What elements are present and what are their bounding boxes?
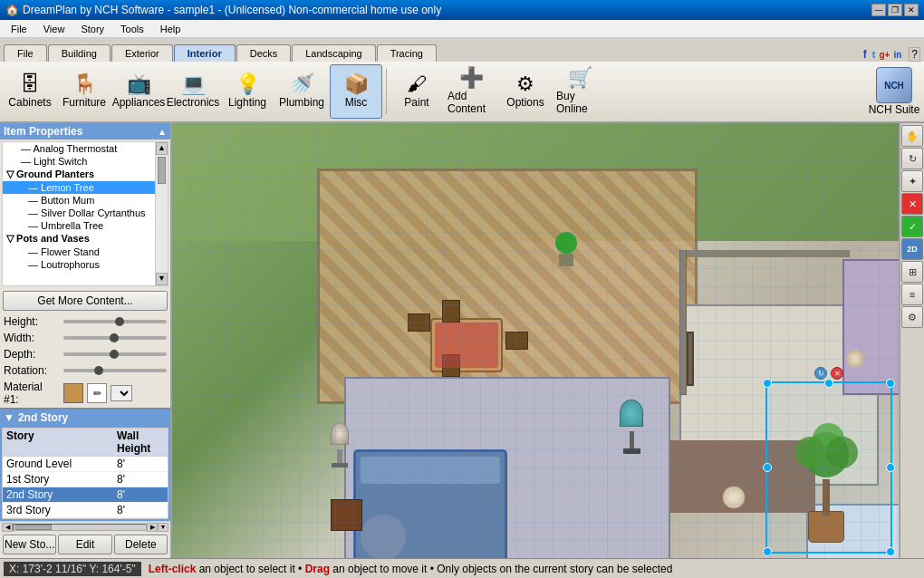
rotation-slider[interactable] xyxy=(63,369,167,372)
story-table-header: Story Wall Height xyxy=(3,429,168,457)
plumbing-label: Plumbing xyxy=(279,96,324,109)
restore-button[interactable]: ❐ xyxy=(888,4,902,16)
tool-lighting[interactable]: 💡 Lighting xyxy=(221,64,274,119)
get-more-content-btn[interactable]: Get More Content... xyxy=(3,291,168,311)
depth-slider[interactable] xyxy=(63,352,167,356)
tree-scroll-up[interactable]: ▲ xyxy=(156,142,168,155)
options-label: Options xyxy=(506,96,544,109)
new-story-btn[interactable]: New Sto... xyxy=(3,535,56,554)
tool-appliances[interactable]: 📺 Appliances xyxy=(112,64,165,119)
move-btn[interactable]: ✦ xyxy=(901,170,923,192)
tab-landscaping[interactable]: Landscaping xyxy=(292,44,375,62)
tool-misc[interactable]: 📦 Misc xyxy=(330,64,382,119)
social-google[interactable]: g+ xyxy=(879,50,890,60)
close-view-btn[interactable]: ✕ xyxy=(901,193,923,215)
delete-story-label: Delete xyxy=(125,538,157,551)
tab-interior[interactable]: Interior xyxy=(174,44,236,62)
tree-item-loutrophorus[interactable]: — Loutrophorus xyxy=(3,258,155,271)
status-part1: an object to select it • xyxy=(199,563,305,575)
tool-add-content[interactable]: ➕ Add Content xyxy=(445,64,497,119)
delete-story-btn[interactable]: Delete xyxy=(114,535,168,554)
material-edit-btn[interactable]: ✏ xyxy=(87,383,107,403)
minimize-button[interactable]: — xyxy=(871,4,886,16)
electronics-icon: 💻 xyxy=(181,74,206,94)
material-dropdown[interactable]: ▼ xyxy=(111,385,132,401)
depth-label: Depth: xyxy=(4,348,60,361)
tool-options[interactable]: ⚙ Options xyxy=(499,64,552,119)
tree-scroll-thumb xyxy=(158,157,166,184)
tool-paint[interactable]: 🖌 Paint xyxy=(390,64,443,119)
menu-file[interactable]: File xyxy=(4,22,34,36)
canvas-area[interactable]: ↻ ✕ xyxy=(172,123,899,558)
story-row-2nd[interactable]: 2nd Story 8' xyxy=(3,487,168,503)
item-tree: — Analog Thermostat — Light Switch ▽ Gro… xyxy=(2,141,168,286)
tool-furniture[interactable]: 🪑 Furniture xyxy=(58,64,111,119)
properties-area: Height: Width: Depth: Rotation: xyxy=(0,313,170,408)
tab-decks[interactable]: Decks xyxy=(236,44,292,62)
grid-btn[interactable]: ⊞ xyxy=(901,261,923,283)
hscroll-track[interactable] xyxy=(13,524,147,531)
menu-story[interactable]: Story xyxy=(73,22,111,36)
tree-group-pots-vases[interactable]: ▽ Pots and Vases xyxy=(3,232,155,246)
material-swatch[interactable] xyxy=(63,383,83,403)
cabinets-icon: 🗄 xyxy=(20,74,40,94)
social-twitter[interactable]: t xyxy=(872,49,876,60)
tree-item-umbrella-tree[interactable]: — Umbrella Tree xyxy=(3,219,155,232)
tree-item-button-mum[interactable]: — Button Mum xyxy=(3,194,155,207)
tree-item-analog-thermostat[interactable]: — Analog Thermostat xyxy=(3,142,155,155)
close-button[interactable]: ✕ xyxy=(904,4,919,16)
tab-tracing[interactable]: Tracing xyxy=(377,44,437,62)
nch-suite-btn[interactable]: NCH NCH Suite xyxy=(868,64,920,119)
tool-buy-online[interactable]: 🛒 Buy Online xyxy=(553,64,606,119)
hand-tool-btn[interactable]: ✋ xyxy=(901,125,923,147)
width-slider[interactable] xyxy=(63,336,167,340)
appliances-icon: 📺 xyxy=(127,74,151,94)
rotate-btn[interactable]: ↻ xyxy=(901,148,923,169)
hscroll-left[interactable]: ◀ xyxy=(2,523,13,532)
status-drag: Drag xyxy=(305,563,330,575)
tree-item-lemon-tree[interactable]: — Lemon Tree xyxy=(3,181,155,194)
tab-building[interactable]: Building xyxy=(48,44,111,62)
tree-group-ground-planters[interactable]: ▽ Ground Planters xyxy=(3,168,155,181)
tab-exterior[interactable]: Exterior xyxy=(111,44,173,62)
story-row-3rd[interactable]: 3rd Story 8' xyxy=(3,503,168,518)
social-linkedin[interactable]: in xyxy=(893,50,901,60)
tree-item-light-switch[interactable]: — Light Switch xyxy=(3,155,155,168)
edit-story-btn[interactable]: Edit xyxy=(58,535,111,554)
confirm-btn[interactable]: ✓ xyxy=(901,216,923,237)
rotation-label: Rotation: xyxy=(4,364,60,377)
3d-viewport[interactable]: ↻ ✕ xyxy=(172,123,899,558)
tree-scrollbar[interactable]: ▲ ▼ xyxy=(155,142,168,285)
story-row-1st[interactable]: 1st Story 8' xyxy=(3,472,168,487)
help-icon-btn[interactable]: ? xyxy=(909,47,920,62)
social-facebook[interactable]: f xyxy=(863,48,867,61)
vscroll-down-story[interactable]: ▼ xyxy=(158,523,168,532)
layers-btn[interactable]: ≡ xyxy=(901,284,923,305)
panel-collapse-btn[interactable]: ▲ xyxy=(158,127,167,137)
ground-level-height: 8' xyxy=(113,457,168,471)
tree-item-flower-stand[interactable]: — Flower Stand xyxy=(3,246,155,258)
toolbar: 🗄 Cabinets 🪑 Furniture 📺 Appliances 💻 El… xyxy=(0,62,924,123)
edit-story-label: Edit xyxy=(76,538,95,551)
height-slider[interactable] xyxy=(63,320,167,323)
story-header[interactable]: ▼ 2nd Story xyxy=(0,409,170,426)
tree-scroll-down[interactable]: ▼ xyxy=(156,273,168,285)
menu-view[interactable]: View xyxy=(36,22,72,36)
nch-suite-label: NCH Suite xyxy=(869,103,920,116)
tool-cabinets[interactable]: 🗄 Cabinets xyxy=(4,64,56,119)
tree-item-silver-dollar[interactable]: — Silver Dollar Cyrtanthus xyxy=(3,207,155,219)
menu-tools[interactable]: Tools xyxy=(113,22,151,36)
menu-help[interactable]: Help xyxy=(153,22,188,36)
material-label: Material #1: xyxy=(4,381,60,406)
furniture-icon: 🪑 xyxy=(72,74,97,94)
tab-file[interactable]: File xyxy=(4,44,47,62)
2d-view-btn[interactable]: 2D xyxy=(901,238,923,260)
hscroll-right[interactable]: ▶ xyxy=(147,523,158,532)
first-story-name: 1st Story xyxy=(3,472,113,486)
story-row-ground[interactable]: Ground Level 8' xyxy=(3,457,168,472)
tree-scroll-area[interactable]: — Analog Thermostat — Light Switch ▽ Gro… xyxy=(3,142,155,285)
options-icon: ⚙ xyxy=(516,74,534,94)
tool-plumbing[interactable]: 🚿 Plumbing xyxy=(275,64,328,119)
tool-electronics[interactable]: 💻 Electronics xyxy=(167,64,219,119)
settings-right-btn[interactable]: ⚙ xyxy=(901,306,923,328)
